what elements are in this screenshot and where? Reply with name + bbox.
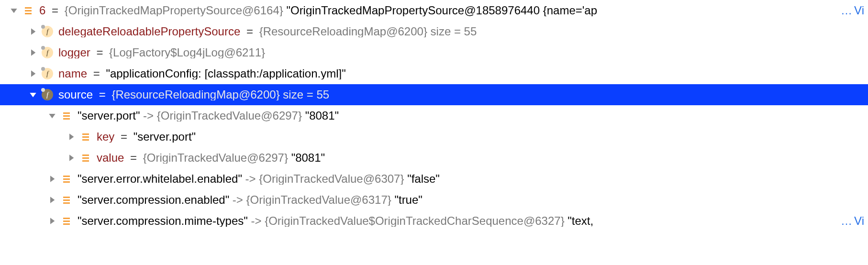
variable-name: logger — [58, 47, 90, 58]
array-entry-icon — [60, 173, 73, 185]
tree-row[interactable]: fsource = {ResourceReloadingMap@6200} si… — [0, 84, 868, 105]
tree-row-content: name = "applicationConfig: [classpath:/a… — [58, 68, 864, 79]
chevron-right-icon[interactable] — [47, 195, 57, 205]
map-key: "server.port" — [78, 110, 140, 121]
object-extra: size = 55 — [431, 26, 477, 37]
map-key: "server.compression.enabled" — [78, 194, 229, 206]
chevron-right-icon[interactable] — [28, 68, 38, 79]
array-entry-icon — [79, 152, 92, 164]
variable-name: key — [97, 131, 114, 143]
tree-row[interactable]: key = "server.port" — [0, 126, 868, 147]
field-icon: f — [41, 67, 54, 80]
tree-row-content: "server.error.whitelabel.enabled" -> {Or… — [78, 173, 864, 185]
object-type: {LogFactory$Log4jLog@6211} — [109, 47, 265, 58]
truncation-ellipsis: … — [841, 5, 852, 16]
object-type: {ResourceReloadingMap@6200} — [259, 26, 427, 37]
tree-row-content: 6 = {OriginTrackedMapPropertySource@6164… — [39, 5, 839, 16]
variable-name: name — [58, 68, 87, 79]
tree-row-content: delegateReloadablePropertySource = {Reso… — [58, 26, 864, 37]
tree-row[interactable]: flogger = {LogFactory$Log4jLog@6211} — [0, 42, 868, 63]
variable-value: "8081" — [305, 110, 339, 121]
variable-value: "false" — [407, 173, 440, 185]
tree-row[interactable]: "server.error.whitelabel.enabled" -> {Or… — [0, 168, 868, 189]
tree-row[interactable]: "server.port" -> {OriginTrackedValue@629… — [0, 105, 868, 126]
row-trail: …Vi — [841, 215, 864, 227]
variable-value: "server.port" — [134, 131, 196, 143]
array-entry-icon — [22, 4, 34, 17]
tree-row[interactable]: value = {OriginTrackedValue@6297} "8081" — [0, 147, 868, 168]
variable-value: "OriginTrackedMapPropertySource@18589764… — [286, 5, 597, 16]
chevron-right-icon[interactable] — [47, 174, 57, 184]
object-type: {ResourceReloadingMap@6200} — [111, 89, 279, 100]
variable-name: delegateReloadablePropertySource — [58, 26, 240, 37]
tree-row[interactable]: 6 = {OriginTrackedMapPropertySource@6164… — [0, 0, 868, 21]
object-type: {OriginTrackedValue@6317} — [246, 194, 391, 206]
chevron-down-icon[interactable] — [9, 5, 19, 16]
variable-value: "true" — [394, 194, 422, 206]
chevron-right-icon[interactable] — [66, 132, 77, 142]
chevron-down-icon[interactable] — [47, 110, 57, 121]
tree-row[interactable]: "server.compression.enabled" -> {OriginT… — [0, 189, 868, 210]
field-icon: f — [41, 25, 54, 38]
array-entry-icon — [60, 110, 73, 122]
tree-row[interactable]: "server.compression.mime-types" -> {Orig… — [0, 210, 868, 232]
object-type: {OriginTrackedMapPropertySource@6164} — [65, 5, 283, 16]
chevron-right-icon[interactable] — [28, 47, 38, 58]
variable-value: "text, — [568, 215, 593, 227]
field-icon: f — [41, 46, 54, 59]
object-extra: size = 55 — [283, 89, 329, 100]
tree-row-content: logger = {LogFactory$Log4jLog@6211} — [58, 47, 864, 58]
map-key: "server.compression.mime-types" — [78, 215, 248, 227]
truncation-ellipsis: … — [841, 215, 852, 227]
chevron-right-icon[interactable] — [47, 216, 57, 226]
chevron-right-icon[interactable] — [28, 26, 38, 37]
view-link[interactable]: Vi — [854, 215, 864, 227]
tree-row[interactable]: fdelegateReloadablePropertySource = {Res… — [0, 21, 868, 42]
tree-row-content: "server.port" -> {OriginTrackedValue@629… — [78, 110, 864, 121]
tree-row-content: key = "server.port" — [97, 131, 864, 143]
map-key: "server.error.whitelabel.enabled" — [78, 173, 242, 185]
array-entry-icon — [60, 215, 73, 227]
object-type: {OriginTrackedValue@6297} — [143, 152, 288, 164]
variable-name: value — [97, 152, 124, 164]
tree-row-content: "server.compression.mime-types" -> {Orig… — [78, 215, 839, 227]
variable-name: source — [58, 89, 93, 100]
view-link[interactable]: Vi — [854, 5, 864, 16]
tree-row-content: "server.compression.enabled" -> {OriginT… — [78, 194, 864, 206]
tree-row-content: value = {OriginTrackedValue@6297} "8081" — [97, 152, 864, 164]
object-type: {OriginTrackedValue$OriginTrackedCharSeq… — [265, 215, 565, 227]
variable-value: "applicationConfig: [classpath:/applicat… — [106, 68, 345, 79]
array-entry-icon — [79, 131, 92, 143]
chevron-down-icon[interactable] — [28, 89, 38, 100]
object-type: {OriginTrackedValue@6307} — [259, 173, 404, 185]
variable-value: "8081" — [291, 152, 325, 164]
tree-row[interactable]: fname = "applicationConfig: [classpath:/… — [0, 63, 868, 84]
object-type: {OriginTrackedValue@6297} — [157, 110, 302, 121]
debugger-variables-tree[interactable]: 6 = {OriginTrackedMapPropertySource@6164… — [0, 0, 868, 232]
chevron-right-icon[interactable] — [66, 153, 77, 163]
variable-name: 6 — [39, 5, 45, 16]
row-trail: …Vi — [841, 5, 864, 16]
array-entry-icon — [60, 194, 73, 206]
tree-row-content: source = {ResourceReloadingMap@6200} siz… — [58, 89, 864, 100]
field-icon: f — [41, 88, 54, 101]
